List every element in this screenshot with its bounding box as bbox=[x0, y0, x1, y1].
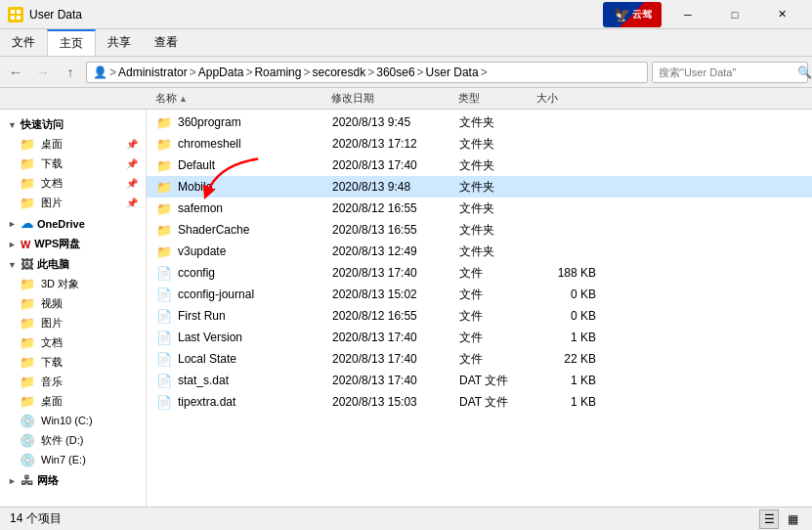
file-type: 文件夹 bbox=[459, 136, 537, 153]
table-row[interactable]: 📄 Last Version 2020/8/13 17:40 文件 1 KB bbox=[147, 327, 812, 348]
file-type: 文件 bbox=[459, 308, 537, 325]
file-type: 文件 bbox=[459, 330, 537, 346]
sidebar: ▼ 快速访问 📁 桌面 📌 📁 下载 📌 📁 文档 📌 📁 图片 📌 ► ☁ O bbox=[0, 110, 147, 507]
drive-icon: 💿 bbox=[20, 414, 35, 428]
maximize-button[interactable]: □ bbox=[712, 0, 757, 29]
tab-share[interactable]: 共享 bbox=[96, 29, 143, 56]
close-button[interactable]: ✕ bbox=[759, 0, 804, 29]
table-row[interactable]: 📁 v3update 2020/8/13 12:49 文件夹 bbox=[147, 241, 812, 262]
breadcrumb-360se6[interactable]: 360se6 bbox=[376, 66, 414, 79]
drive-icon: 💿 bbox=[20, 433, 35, 448]
sidebar-item-downloads[interactable]: 📁 下载 📌 bbox=[0, 154, 146, 173]
file-name: 📁 Mobile bbox=[156, 180, 332, 195]
sidebar-item-drive-c[interactable]: 💿 Win10 (C:) bbox=[0, 411, 146, 430]
sidebar-item-desktop-1[interactable]: 📁 桌面 📌 bbox=[0, 134, 146, 154]
breadcrumb-secoresdk[interactable]: secoresdk bbox=[312, 66, 365, 79]
file-date: 2020/8/13 17:12 bbox=[332, 137, 459, 151]
folder-icon: 📁 bbox=[20, 394, 35, 409]
pin-icon: 📌 bbox=[126, 178, 138, 189]
file-size: 0 KB bbox=[537, 287, 606, 301]
minimize-button[interactable]: ─ bbox=[665, 0, 710, 29]
file-type: 文件 bbox=[459, 287, 537, 303]
wps-header[interactable]: ► W WPS网盘 bbox=[0, 233, 146, 253]
folder-icon: 📁 bbox=[156, 115, 172, 130]
table-row[interactable]: 📁 Mobile 2020/8/13 9:48 文件夹 bbox=[147, 176, 812, 198]
sidebar-item-video[interactable]: 📁 视频 bbox=[0, 293, 146, 313]
file-date: 2020/8/13 15:02 bbox=[332, 287, 459, 301]
file-name: 📁 safemon bbox=[156, 201, 332, 216]
pin-icon: 📌 bbox=[126, 139, 138, 150]
table-row[interactable]: 📁 ShaderCache 2020/8/13 16:55 文件夹 bbox=[147, 219, 812, 241]
col-header-name[interactable]: 名称 ▲ bbox=[151, 91, 327, 106]
table-row[interactable]: 📄 cconfig-journal 2020/8/13 15:02 文件 0 K… bbox=[147, 284, 812, 305]
onedrive-header[interactable]: ► ☁ OneDrive bbox=[0, 212, 146, 233]
table-row[interactable]: 📁 safemon 2020/8/12 16:55 文件夹 bbox=[147, 198, 812, 219]
back-button[interactable]: ← bbox=[4, 61, 27, 84]
network-header[interactable]: ► 🖧 网络 bbox=[0, 469, 146, 490]
breadcrumb-appdata[interactable]: AppData bbox=[198, 66, 244, 79]
sidebar-item-pictures2[interactable]: 📁 图片 bbox=[0, 313, 146, 332]
folder-icon: 📁 bbox=[20, 316, 35, 331]
folder-icon: 📁 bbox=[156, 180, 172, 195]
up-button[interactable]: ↑ bbox=[59, 61, 82, 84]
sidebar-item-drive-e[interactable]: 💿 Win7 (E:) bbox=[0, 450, 146, 469]
column-headers: 名称 ▲ 修改日期 类型 大小 bbox=[0, 88, 812, 110]
folder-icon: 📁 bbox=[20, 375, 35, 389]
breadcrumb-administrator[interactable]: Administrator bbox=[118, 66, 188, 79]
large-icon-view-button[interactable]: ▦ bbox=[783, 509, 802, 529]
table-row[interactable]: 📄 cconfig 2020/8/13 17:40 文件 188 KB bbox=[147, 262, 812, 284]
table-row[interactable]: 📄 stat_s.dat 2020/8/13 17:40 DAT 文件 1 KB bbox=[147, 370, 812, 391]
onedrive-chevron: ► bbox=[8, 219, 17, 229]
file-date: 2020/8/12 16:55 bbox=[332, 201, 459, 215]
details-view-button[interactable]: ☰ bbox=[759, 509, 779, 529]
file-size: 0 KB bbox=[537, 309, 606, 323]
table-row[interactable]: 📄 First Run 2020/8/12 16:55 文件 0 KB bbox=[147, 305, 812, 327]
table-row[interactable]: 📁 chromeshell 2020/8/13 17:12 文件夹 bbox=[147, 133, 812, 155]
network-icon: 🖧 bbox=[21, 473, 33, 488]
folder-icon: 📁 bbox=[20, 196, 35, 210]
file-type: DAT 文件 bbox=[459, 373, 537, 389]
svg-rect-2 bbox=[11, 16, 15, 20]
file-icon: 📄 bbox=[156, 374, 172, 388]
file-name: 📁 ShaderCache bbox=[156, 223, 332, 238]
sidebar-item-3d[interactable]: 📁 3D 对象 bbox=[0, 274, 146, 293]
pc-header[interactable]: ▼ 🖼 此电脑 bbox=[0, 253, 146, 274]
pc-icon: 🖼 bbox=[21, 257, 33, 272]
col-header-size[interactable]: 大小 bbox=[533, 91, 601, 106]
file-name: 📄 cconfig-journal bbox=[156, 287, 332, 302]
file-name: 📄 tipextra.dat bbox=[156, 395, 332, 410]
file-name: 📁 360program bbox=[156, 115, 332, 130]
sidebar-item-docs[interactable]: 📁 文档 bbox=[0, 332, 146, 352]
breadcrumb-userdata[interactable]: User Data bbox=[426, 66, 479, 79]
tab-home[interactable]: 主页 bbox=[47, 29, 96, 56]
file-type: 文件 bbox=[459, 351, 537, 368]
table-row[interactable]: 📁 Default 2020/8/13 17:40 文件夹 bbox=[147, 155, 812, 176]
app-logo: 🦅云驾 bbox=[587, 0, 665, 29]
search-bar[interactable]: 🔍 bbox=[652, 62, 808, 83]
tab-view[interactable]: 查看 bbox=[143, 29, 190, 56]
file-date: 2020/8/13 12:49 bbox=[332, 244, 459, 258]
table-row[interactable]: 📄 Local State 2020/8/13 17:40 文件 22 KB bbox=[147, 348, 812, 370]
sidebar-item-documents[interactable]: 📁 文档 📌 bbox=[0, 173, 146, 193]
sidebar-item-music[interactable]: 📁 音乐 bbox=[0, 372, 146, 391]
col-header-date[interactable]: 修改日期 bbox=[327, 91, 454, 106]
breadcrumb[interactable]: 👤 > Administrator > AppData > Roaming > … bbox=[86, 62, 648, 83]
folder-icon: 📁 bbox=[20, 296, 35, 311]
file-icon: 📄 bbox=[156, 287, 172, 302]
file-size: 188 KB bbox=[537, 266, 606, 280]
file-size: 22 KB bbox=[537, 352, 606, 366]
sidebar-item-drive-d[interactable]: 💿 软件 (D:) bbox=[0, 430, 146, 450]
breadcrumb-roaming[interactable]: Roaming bbox=[254, 66, 301, 79]
sidebar-item-desktop2[interactable]: 📁 桌面 bbox=[0, 391, 146, 411]
search-input[interactable] bbox=[659, 66, 793, 78]
tab-file[interactable]: 文件 bbox=[0, 29, 47, 56]
wps-icon: W bbox=[21, 239, 30, 250]
forward-button[interactable]: → bbox=[31, 61, 55, 84]
sidebar-item-downloads2[interactable]: 📁 下载 bbox=[0, 352, 146, 372]
col-header-type[interactable]: 类型 bbox=[454, 91, 533, 106]
view-controls: ☰ ▦ bbox=[759, 509, 802, 529]
table-row[interactable]: 📄 tipextra.dat 2020/8/13 15:03 DAT 文件 1 … bbox=[147, 391, 812, 413]
table-row[interactable]: 📁 360program 2020/8/13 9:45 文件夹 bbox=[147, 111, 812, 133]
file-name: 📄 First Run bbox=[156, 309, 332, 324]
sidebar-item-pictures[interactable]: 📁 图片 📌 bbox=[0, 193, 146, 212]
